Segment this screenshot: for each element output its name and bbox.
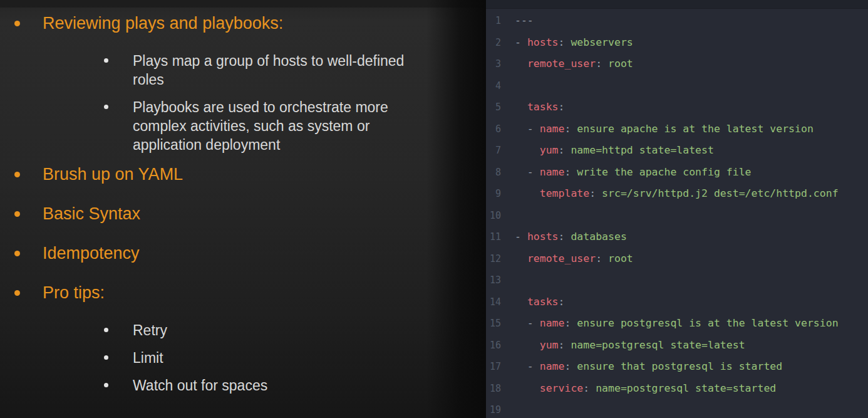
line-number: 19	[486, 399, 501, 418]
code-token	[515, 101, 527, 113]
code-token: name=postgresql state=started	[589, 382, 776, 394]
code-line: 13	[486, 269, 868, 291]
code-text: - name: ensure postgresql is at the late…	[501, 313, 839, 335]
code-line: 18 service: name=postgresql state=starte…	[486, 378, 868, 400]
code-token: name	[540, 123, 565, 135]
bullet-icon	[104, 58, 108, 63]
code-token	[515, 382, 540, 394]
code-line: 15 - name: ensure postgresql is at the l…	[486, 313, 868, 335]
code-token: root	[602, 253, 633, 264]
code-token	[515, 296, 527, 308]
code-token: tasks	[527, 101, 559, 113]
line-number: 13	[486, 269, 501, 291]
code-line: 2- hosts: webservers	[486, 32, 868, 54]
code-text: tasks:	[501, 97, 564, 118]
editor-code-area[interactable]: 1---2- hosts: webservers3 remote_user: r…	[486, 8, 868, 418]
line-number: 3	[486, 53, 501, 75]
code-token: :	[565, 166, 571, 178]
code-token: :	[559, 36, 565, 48]
bullet-icon	[14, 251, 20, 256]
bullet-icon	[14, 21, 20, 26]
code-token: tasks	[527, 296, 559, 308]
line-number: 15	[486, 313, 501, 335]
code-token: webservers	[564, 36, 633, 48]
bullet-icon	[104, 105, 108, 109]
bullet-icon	[104, 383, 108, 387]
bullet-text: Reviewing plays and playbooks:	[43, 14, 283, 33]
code-token: yum	[540, 144, 559, 156]
code-text	[501, 205, 515, 227]
bullet-icon	[14, 172, 20, 177]
line-number: 8	[486, 162, 501, 184]
bullet-text: Playbooks are used to orchestrate more c…	[133, 98, 438, 154]
code-token: name	[540, 317, 565, 329]
bullet-text: Limit	[133, 348, 163, 367]
code-line: 17 - name: ensure that postgresql is sta…	[486, 356, 868, 378]
code-token: :	[583, 382, 589, 394]
line-number: 12	[486, 248, 501, 270]
code-token: -	[515, 231, 527, 243]
code-token: ensure apache is at the latest version	[571, 123, 813, 135]
line-number: 4	[486, 75, 501, 97]
bullet-icon	[14, 211, 20, 217]
code-token: :	[559, 101, 565, 113]
code-token: write the apache config file	[571, 166, 751, 178]
code-line: 4	[486, 75, 868, 97]
code-text: - hosts: webservers	[501, 32, 633, 54]
code-line: 5 tasks:	[486, 97, 868, 118]
line-number: 6	[486, 118, 501, 140]
code-token: remote_user	[527, 58, 596, 70]
code-token: :	[565, 317, 571, 329]
bullet-item: Brush up on YAML	[0, 164, 486, 185]
code-token	[515, 339, 540, 351]
code-text: yum: name=httpd state=latest	[501, 140, 714, 162]
sub-bullet-item: Plays map a group of hosts to well-defin…	[0, 51, 486, 89]
code-text: remote_user: root	[501, 248, 633, 270]
code-token: root	[602, 58, 633, 70]
code-token: hosts	[527, 231, 559, 243]
code-token	[515, 58, 527, 70]
bullet-text: Watch out for spaces	[133, 376, 267, 395]
code-token: :	[596, 58, 602, 70]
code-token: ensure postgresql is at the latest versi…	[571, 317, 838, 329]
code-token: :	[565, 123, 571, 135]
line-number: 18	[486, 378, 501, 400]
sub-bullet-item: Limit	[0, 348, 486, 367]
code-text	[501, 399, 515, 418]
code-line: 10	[486, 205, 868, 227]
line-number: 10	[486, 205, 501, 227]
sub-bullet-item: Watch out for spaces	[0, 376, 486, 395]
code-token: :	[559, 231, 565, 243]
code-token: -	[515, 360, 540, 372]
code-text: tasks:	[501, 291, 564, 313]
line-number: 11	[486, 226, 501, 248]
code-token: remote_user	[527, 253, 596, 264]
bullet-text: Brush up on YAML	[43, 165, 183, 184]
code-text: remote_user: root	[501, 53, 633, 75]
code-token: src=/srv/httpd.j2 dest=/etc/httpd.conf	[596, 187, 838, 199]
bullet-icon	[14, 290, 20, 296]
code-token: service	[540, 382, 584, 394]
code-token: hosts	[527, 36, 559, 48]
code-token: :	[559, 339, 565, 351]
code-text: - name: write the apache config file	[501, 162, 752, 184]
code-token: ensure that postgresql is started	[571, 360, 782, 372]
code-text: - name: ensure apache is at the latest v…	[501, 118, 814, 140]
line-number: 17	[486, 356, 501, 378]
line-number: 2	[486, 32, 501, 54]
editor-top-bar	[486, 0, 868, 9]
code-line: 16 yum: name=postgresql state=latest	[486, 335, 868, 357]
code-text: ---	[501, 10, 534, 32]
code-token	[515, 144, 540, 156]
code-text: - name: ensure that postgresql is starte…	[501, 356, 782, 378]
code-text: template: src=/srv/httpd.j2 dest=/etc/ht…	[501, 183, 839, 205]
code-token	[515, 187, 540, 199]
code-line: 8 - name: write the apache config file	[486, 162, 868, 184]
line-number: 14	[486, 291, 501, 313]
code-token: :	[559, 144, 565, 156]
code-text: service: name=postgresql state=started	[501, 378, 776, 400]
line-number: 16	[486, 335, 501, 357]
code-token: databases	[564, 231, 626, 243]
code-line: 6 - name: ensure apache is at the latest…	[486, 118, 868, 140]
code-token: -	[515, 36, 527, 48]
